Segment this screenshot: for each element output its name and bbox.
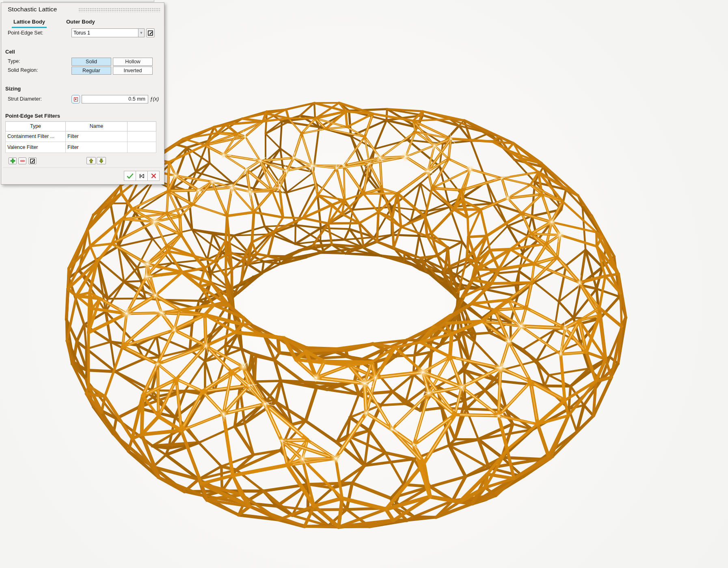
cancel-button[interactable] <box>147 171 160 181</box>
arrow-up-icon <box>89 158 94 164</box>
concentric-squares-icon <box>74 97 78 101</box>
apply-reset-button[interactable] <box>136 171 148 181</box>
tab-outer-body[interactable]: Outer Body <box>65 17 97 27</box>
dialog-title: Stochastic Lattice <box>8 6 57 13</box>
filter-row2-type[interactable]: Valence Filter <box>6 142 66 153</box>
move-filter-up-button[interactable] <box>86 157 96 164</box>
filters-group-header: Point-Edge Set Filters <box>5 113 60 119</box>
filters-col-name[interactable]: Name <box>66 122 127 131</box>
sizing-group-header: Sizing <box>5 86 21 92</box>
filters-col-extra <box>127 122 156 131</box>
table-row[interactable]: Valence Filter Filter <box>6 142 156 153</box>
move-filter-down-button[interactable] <box>97 157 106 164</box>
skip-back-icon <box>139 174 145 179</box>
strut-diameter-input[interactable]: 0.5 mm <box>82 95 148 103</box>
formula-fx-button[interactable]: ƒ(x) <box>150 96 159 102</box>
point-edge-set-label: Point-Edge Set: <box>8 30 43 36</box>
stochastic-lattice-dialog: Stochastic Lattice Lattice Body Outer Bo… <box>1 2 164 185</box>
solid-region-label: Solid Region: <box>8 67 38 73</box>
arrow-down-icon <box>99 158 104 164</box>
cell-type-solid-button[interactable]: Solid <box>71 58 111 66</box>
pencil-edit-icon <box>148 30 153 36</box>
pencil-edit-icon <box>30 159 35 164</box>
point-edge-set-edit-button[interactable] <box>146 28 155 37</box>
strut-diameter-label: Strut Diameter: <box>8 96 42 102</box>
edit-filter-button[interactable] <box>28 157 37 164</box>
solid-region-inverted-button[interactable]: Inverted <box>113 67 153 75</box>
add-filter-button[interactable] <box>9 157 17 164</box>
dialog-drag-grip[interactable] <box>78 8 160 12</box>
parent-window-edge <box>3 0 154 2</box>
filters-table: Type Name Containment Filter ... Filter … <box>5 121 156 153</box>
cell-type-label: Type: <box>8 58 20 64</box>
cell-group-header: Cell <box>5 49 15 55</box>
filter-row2-name[interactable]: Filter <box>66 142 127 153</box>
cell-type-hollow-button[interactable]: Hollow <box>113 58 153 66</box>
solid-region-regular-button[interactable]: Regular <box>71 67 111 75</box>
strut-diameter-field-option-button[interactable] <box>71 95 80 103</box>
tab-lattice-body[interactable]: Lattice Body <box>12 17 47 28</box>
ok-button[interactable] <box>124 171 136 181</box>
close-x-icon <box>151 173 156 179</box>
remove-filter-button[interactable] <box>18 157 26 164</box>
dialog-divider <box>3 168 162 168</box>
chevron-down-icon[interactable]: ▼ <box>138 28 145 37</box>
dialog-action-buttons <box>124 171 160 181</box>
check-icon <box>127 173 134 179</box>
point-edge-set-combobox[interactable]: Torus 1 <box>71 28 138 37</box>
filters-col-type[interactable]: Type <box>6 122 66 131</box>
table-row[interactable]: Containment Filter ... Filter <box>6 131 156 142</box>
plus-icon <box>10 158 15 164</box>
minus-icon <box>20 158 25 164</box>
filter-row1-type[interactable]: Containment Filter ... <box>6 131 66 142</box>
filter-row1-name[interactable]: Filter <box>66 131 127 142</box>
